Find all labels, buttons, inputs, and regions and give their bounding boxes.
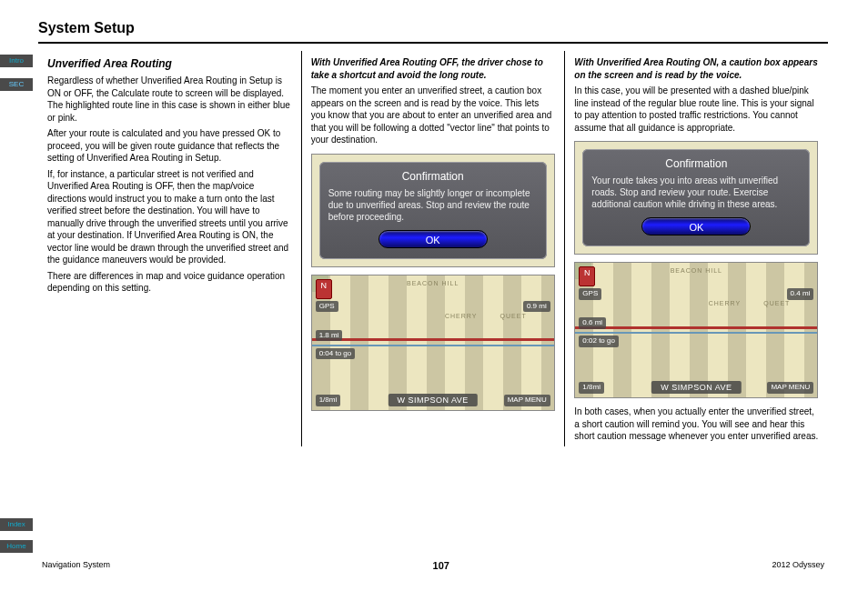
col-2: With Unverified Area Routing OFF, the dr…: [302, 51, 566, 446]
ok-button[interactable]: OK: [378, 230, 488, 248]
map-area-cherry: CHERRY: [445, 312, 477, 320]
col1-p2: After your route is calculated and you h…: [47, 127, 292, 165]
footer-right: 2012 Odyssey: [772, 560, 824, 571]
col1-p4: There are differences in map and voice g…: [47, 270, 292, 295]
footer-left: Navigation System: [42, 560, 110, 571]
tab-index[interactable]: Index: [0, 518, 33, 531]
compass-icon-2: N: [579, 266, 595, 286]
map-menu-button[interactable]: MAP MENU: [504, 395, 550, 406]
columns: Unverified Area Routing Regardless of wh…: [38, 51, 828, 446]
time-to-go-badge-2: 0:02 to go: [579, 336, 619, 347]
confirmation-title-on: Confirmation: [591, 156, 801, 171]
compass-icon: N: [316, 279, 332, 299]
street-label: W SIMPSON AVE: [388, 394, 477, 406]
col3-p2: In both cases, when you actually enter t…: [574, 406, 819, 443]
page-number: 107: [433, 560, 449, 571]
confirmation-body: Some routing may be slightly longer or i…: [328, 187, 538, 223]
map-area-cherry-2: CHERRY: [709, 299, 741, 307]
confirmation-dialog-off: Confirmation Some routing may be slightl…: [319, 162, 547, 259]
distance-badge: 1.8 mi: [316, 330, 343, 342]
col-1: Unverified Area Routing Regardless of wh…: [38, 51, 302, 446]
scale-badge: 1/8mi: [316, 395, 341, 406]
map-area-queet: QUEET: [500, 312, 527, 320]
col1-p1: Regardless of whether Unverified Area Ro…: [47, 75, 292, 124]
figure-confirmation-on: Confirmation Your route takes you into a…: [574, 141, 818, 255]
scale-badge-2: 1/8mi: [579, 382, 604, 394]
map-top-label-2: BEACON HILL: [671, 266, 722, 275]
figure-map-on: N GPS 0.6 mi 0:02 to go 1/8mi 0.4 mi MAP…: [574, 262, 818, 398]
col1-p3: If, for instance, a particular street is…: [47, 168, 292, 266]
street-label-2: W SIMPSON AVE: [651, 381, 741, 394]
next-distance-badge: 0.9 mi: [523, 301, 550, 313]
map-top-label: BEACON HILL: [407, 279, 459, 287]
gps-badge: GPS: [316, 301, 338, 313]
page-body: System Setup Unverified Area Routing Reg…: [38, 18, 828, 573]
next-distance-badge-2: 0.4 mi: [787, 288, 814, 300]
col-3: With Unverified Area Routing ON, a cauti…: [565, 51, 828, 446]
sidebar: Intro SEC Index Home: [0, 0, 33, 591]
rule: [38, 42, 828, 44]
col3-p1: In this case, you will be presented with…: [574, 85, 819, 134]
ok-button-on[interactable]: OK: [641, 217, 751, 235]
tab-sec[interactable]: SEC: [0, 78, 33, 91]
time-to-go-badge: 0:04 to go: [316, 348, 356, 360]
map-area-queet-2: QUEET: [763, 299, 790, 307]
col2-lead: With Unverified Area Routing OFF, the dr…: [311, 56, 556, 81]
heading-unverified: Unverified Area Routing: [47, 56, 292, 71]
col3-lead: With Unverified Area Routing ON, a cauti…: [574, 56, 819, 81]
map-menu-button-2[interactable]: MAP MENU: [767, 382, 813, 394]
confirmation-dialog-on: Confirmation Your route takes you into a…: [582, 149, 810, 246]
gps-badge-2: GPS: [579, 288, 601, 300]
col2-p1: The moment you enter an unverified stree…: [311, 85, 556, 146]
figure-map-off: N GPS 1.8 mi 0:04 to go 1/8mi 0.9 mi MAP…: [311, 275, 555, 411]
tab-home[interactable]: Home: [0, 540, 33, 553]
distance-badge-2: 0.6 mi: [579, 317, 606, 329]
tab-intro[interactable]: Intro: [0, 55, 33, 67]
figure-confirmation-off: Confirmation Some routing may be slightl…: [311, 154, 555, 267]
section-title: System Setup: [38, 18, 828, 40]
confirmation-body-on: Your route takes you into areas with unv…: [591, 175, 801, 210]
confirmation-title: Confirmation: [328, 169, 538, 184]
page-footer: Navigation System 107 2012 Odyssey: [38, 560, 828, 571]
